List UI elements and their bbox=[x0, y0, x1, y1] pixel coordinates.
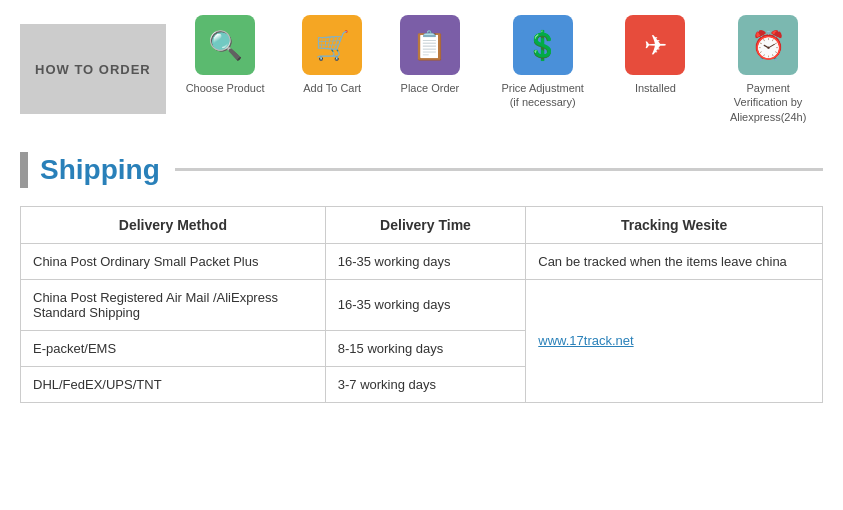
step-place-order: 📋 Place Order bbox=[400, 15, 460, 95]
price-adjustment-label: Price Adjustment (if necessary) bbox=[498, 81, 588, 110]
header-delivery-method: Delivery Method bbox=[21, 206, 326, 243]
installed-icon: ✈ bbox=[625, 15, 685, 75]
method-dhl: DHL/FedEX/UPS/TNT bbox=[21, 366, 326, 402]
table-row: China Post Ordinary Small Packet Plus 16… bbox=[21, 243, 823, 279]
step-payment-verification: ⏰ Payment Verification by Aliexpress(24h… bbox=[723, 15, 813, 124]
how-to-order-section: HOW TO ORDER 🔍 Choose Product 🛒 Add To C… bbox=[0, 0, 843, 139]
add-to-cart-label: Add To Cart bbox=[303, 81, 361, 95]
shipping-bar-decoration bbox=[20, 152, 28, 188]
installed-label: Installed bbox=[635, 81, 676, 95]
table-row: China Post Registered Air Mail /AliExpre… bbox=[21, 279, 823, 330]
add-to-cart-icon: 🛒 bbox=[302, 15, 362, 75]
tracking-shared: www.17track.net bbox=[526, 279, 823, 402]
tracking-china-post-small: Can be tracked when the items leave chin… bbox=[526, 243, 823, 279]
how-to-order-label: HOW TO ORDER bbox=[20, 24, 166, 114]
shipping-table-container: Delivery Method Delivery Time Tracking W… bbox=[0, 201, 843, 423]
price-adjustment-icon: 💲 bbox=[513, 15, 573, 75]
choose-product-label: Choose Product bbox=[186, 81, 265, 95]
header-tracking-website: Tracking Wesite bbox=[526, 206, 823, 243]
step-add-to-cart: 🛒 Add To Cart bbox=[302, 15, 362, 95]
payment-verification-label: Payment Verification by Aliexpress(24h) bbox=[723, 81, 813, 124]
place-order-label: Place Order bbox=[401, 81, 460, 95]
method-china-post-small: China Post Ordinary Small Packet Plus bbox=[21, 243, 326, 279]
shipping-title: Shipping bbox=[40, 154, 160, 186]
step-installed: ✈ Installed bbox=[625, 15, 685, 95]
shipping-header: Shipping bbox=[0, 144, 843, 196]
method-epacket: E-packet/EMS bbox=[21, 330, 326, 366]
tracking-link[interactable]: www.17track.net bbox=[538, 333, 633, 348]
time-epacket: 8-15 working days bbox=[325, 330, 526, 366]
choose-product-icon: 🔍 bbox=[195, 15, 255, 75]
step-choose-product: 🔍 Choose Product bbox=[186, 15, 265, 95]
header-delivery-time: Delivery Time bbox=[325, 206, 526, 243]
steps-container: 🔍 Choose Product 🛒 Add To Cart 📋 Place O… bbox=[176, 15, 823, 124]
method-china-post-air: China Post Registered Air Mail /AliExpre… bbox=[21, 279, 326, 330]
payment-verification-icon: ⏰ bbox=[738, 15, 798, 75]
time-china-post-small: 16-35 working days bbox=[325, 243, 526, 279]
step-price-adjustment: 💲 Price Adjustment (if necessary) bbox=[498, 15, 588, 110]
place-order-icon: 📋 bbox=[400, 15, 460, 75]
table-header-row: Delivery Method Delivery Time Tracking W… bbox=[21, 206, 823, 243]
shipping-table: Delivery Method Delivery Time Tracking W… bbox=[20, 206, 823, 403]
shipping-line-decoration bbox=[175, 168, 823, 171]
time-dhl: 3-7 working days bbox=[325, 366, 526, 402]
time-china-post-air: 16-35 working days bbox=[325, 279, 526, 330]
